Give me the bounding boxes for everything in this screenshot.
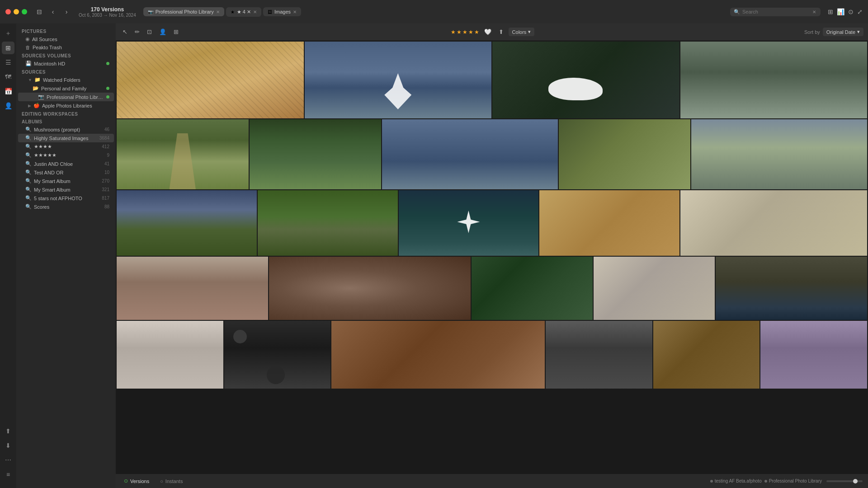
photo-cats-bw[interactable] [224, 321, 331, 389]
face-button[interactable]: 👤 [2, 99, 14, 112]
photo-text-sand[interactable] [539, 190, 679, 256]
tab-images[interactable]: 🖼 Images ✕ [263, 7, 301, 16]
colors-filter-button[interactable]: Colors ▾ [509, 28, 535, 36]
sidebar-toggle-button[interactable]: ⊟ [34, 7, 44, 17]
zoom-track[interactable] [826, 480, 863, 482]
filter-icon-button[interactable]: ⊞ [828, 8, 833, 15]
search-input[interactable] [742, 9, 810, 14]
sidebar-editing-header: Editing Workspaces [16, 110, 116, 117]
back-button[interactable]: ‹ [48, 7, 58, 17]
sidebar-item-smart-album-1[interactable]: 🔍 My Smart Album 270 [18, 177, 114, 185]
sort-by-label: Sort by [804, 29, 820, 35]
more-button[interactable]: ⋯ [2, 454, 14, 466]
zoom-thumb[interactable] [853, 479, 858, 483]
menu-button[interactable]: ≡ [2, 468, 14, 481]
maximize-button[interactable] [22, 9, 27, 14]
photo-bird-bokeh[interactable] [269, 257, 471, 320]
photo-seagull-water[interactable] [399, 190, 539, 256]
photo-pencils[interactable] [653, 321, 760, 389]
photo-starfish[interactable] [472, 257, 593, 320]
sidebar-smart-album-1-label: My Smart Album [34, 178, 99, 184]
photo-purple-flowers[interactable] [760, 321, 867, 389]
photo-chateau-flowers[interactable] [559, 119, 691, 189]
sidebar-item-4stars[interactable]: 🔍 ★★★★ 412 [18, 142, 114, 151]
search-clear-icon[interactable]: ✕ [812, 9, 816, 14]
tab-instants[interactable]: ○ Instants [157, 477, 185, 485]
sidebar-item-test-and-or[interactable]: 🔍 Test AND OR 10 [18, 168, 114, 177]
tab-images-label: Images [274, 9, 291, 14]
sidebar-item-personal-family[interactable]: 📂 Personal and Family [18, 84, 114, 93]
search-bar[interactable]: 🔍 ✕ [730, 8, 821, 16]
photo-trees-arch[interactable] [250, 119, 382, 189]
export-button[interactable]: ⬆ [2, 425, 14, 437]
photo-ship-bw[interactable] [546, 321, 652, 389]
image-grid-container[interactable] [116, 41, 868, 474]
photo-bird-sand[interactable] [117, 257, 268, 320]
tab-professional-label: Professional Photo Library [156, 9, 214, 14]
toolbar-cursor-button[interactable]: ↖ [120, 27, 130, 37]
sidebar-item-professional-library[interactable]: 📷 Professional Photo Library [18, 93, 114, 101]
close-button[interactable] [5, 9, 11, 14]
tab-images-close[interactable]: ✕ [293, 9, 297, 14]
sidebar-item-smart-album-2[interactable]: 🔍 My Smart Album 321 [18, 185, 114, 194]
sidebar-item-watched-folders[interactable]: ▼ 📁 Watched Folders [18, 75, 114, 84]
sidebar-item-highly-saturated[interactable]: 🔍 Highly Saturated Images 3684 [18, 134, 114, 142]
photo-country-road[interactable] [117, 119, 249, 189]
tab-professional[interactable]: 📷 Professional Photo Library ✕ [143, 7, 224, 16]
sidebar-scores-label: Scores [34, 204, 102, 210]
photo-harbor[interactable] [382, 119, 558, 189]
photo-swan-dark[interactable] [492, 42, 679, 118]
zoom-slider[interactable] [826, 480, 863, 482]
sidebar-item-justin-chloe[interactable]: 🔍 Justin AND Chloe 41 [18, 160, 114, 168]
toolbar-heart-button[interactable]: 🤍 [482, 27, 494, 37]
sidebar-item-all-sources[interactable]: ◉ All Sources [18, 35, 114, 43]
photo-moody-castle[interactable] [117, 190, 257, 256]
test-and-or-icon: 🔍 [25, 169, 32, 175]
star-4: ★ [468, 29, 473, 35]
photo-door-blue[interactable] [716, 257, 867, 320]
import-button[interactable]: ⬇ [2, 439, 14, 452]
grid-view-button[interactable]: ⊞ [2, 42, 14, 54]
tab-professional-close[interactable]: ✕ [216, 9, 220, 14]
sidebar-item-5stars[interactable]: 🔍 ★★★★★ 9 [18, 151, 114, 160]
apple-photos-chevron: ▶ [28, 103, 31, 108]
settings-icon-button[interactable]: ⊙ [848, 8, 854, 15]
toolbar-person-button[interactable]: 👤 [157, 27, 169, 37]
map-button[interactable]: 🗺 [2, 70, 14, 83]
photo-mountain-goat[interactable] [680, 42, 868, 118]
catalog-button[interactable]: ☰ [2, 56, 14, 69]
toolbar-draw-button[interactable]: ✏ [132, 27, 142, 37]
stats-icon-button[interactable]: 📊 [837, 8, 844, 15]
toolbar: ↖ ✏ ⊡ 👤 ⊞ ★ ★ ★ ★ ★ 🤍 ⬆ Colors ▾ Sort by… [116, 23, 868, 41]
photo-green-reflect[interactable] [258, 190, 398, 256]
calendar-button[interactable]: 📅 [2, 85, 14, 98]
sidebar-smart-album-2-label: My Smart Album [34, 187, 99, 192]
photo-grand-chateau[interactable] [691, 119, 867, 189]
tab-versions[interactable]: ⊙ Versions [121, 477, 152, 485]
tab-stars-close[interactable]: ✕ [253, 9, 257, 14]
bottom-status: testing AF Beta.afphoto Professional Pho… [710, 479, 822, 483]
photo-sand-ripples[interactable] [117, 42, 304, 118]
photo-orange-cat[interactable] [331, 321, 544, 389]
photo-arch-white[interactable] [117, 321, 223, 389]
sidebar-item-5stars-not-afphoto[interactable]: 🔍 5 stars not AFPHOTO 817 [18, 194, 114, 202]
sidebar-item-apple-photos[interactable]: ▶ 🍎 Apple Photos Libraries [18, 101, 114, 110]
sidebar-justin-chloe-count: 41 [104, 161, 109, 166]
toolbar-crop-button[interactable]: ⊡ [145, 27, 154, 37]
sort-value-button[interactable]: Original Date ▾ [823, 28, 863, 36]
sidebar-item-trash[interactable]: 🗑 Peakto Trash [18, 43, 114, 52]
versions-label: Versions [130, 479, 149, 484]
toolbar-share-button[interactable]: ⬆ [496, 27, 506, 37]
expand-icon-button[interactable]: ⤢ [857, 8, 863, 15]
add-button[interactable]: ＋ [2, 27, 14, 40]
toolbar-stack-button[interactable]: ⊞ [171, 27, 181, 37]
tab-stars[interactable]: ★ ★ 4 ✕ ✕ [226, 7, 261, 17]
forward-button[interactable]: › [61, 7, 71, 17]
photo-bird-light-bg[interactable] [680, 190, 867, 256]
sidebar-item-mushrooms[interactable]: 🔍 Mushrooms (prompt) 46 [18, 125, 114, 134]
photo-shutters[interactable] [594, 257, 715, 320]
minimize-button[interactable] [14, 9, 19, 14]
photo-egret-water[interactable] [305, 42, 492, 118]
sidebar-item-scores[interactable]: 🔍 Scores 88 [18, 202, 114, 211]
sidebar-item-macintosh-hd[interactable]: 💾 Macintosh HD [18, 59, 114, 68]
